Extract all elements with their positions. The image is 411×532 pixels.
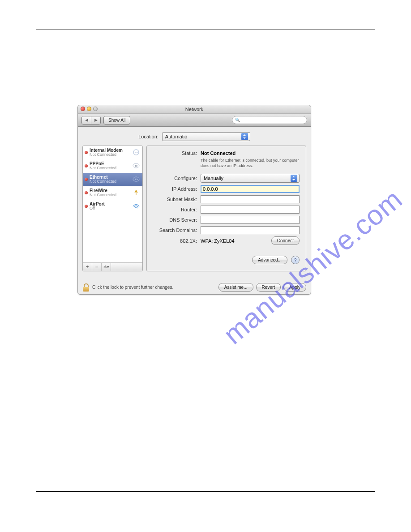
- connection-list: Internal Modem Not Connected PPPoE Not C…: [83, 146, 142, 262]
- subnet-label: Subnet Mask:: [153, 197, 197, 202]
- search-input[interactable]: 🔍: [232, 116, 307, 124]
- lock-icon[interactable]: [82, 283, 90, 292]
- traffic-lights: [81, 107, 98, 111]
- add-button[interactable]: +: [83, 263, 92, 271]
- forward-button[interactable]: ▶: [91, 116, 100, 124]
- router-label: Router:: [153, 207, 197, 212]
- domains-label: Search Domains:: [153, 227, 197, 233]
- main-panel: Status: Not Connected The cable for Ethe…: [146, 146, 306, 271]
- connection-sidebar: Internal Modem Not Connected PPPoE Not C…: [82, 146, 143, 271]
- sidebar-item-ethernet[interactable]: Ethernet Not Connected ⇔: [83, 173, 142, 186]
- search-icon: 🔍: [235, 118, 240, 122]
- svg-text:⇔: ⇔: [135, 164, 138, 168]
- firewire-icon: [132, 189, 141, 197]
- subnet-field[interactable]: [201, 195, 300, 203]
- minimize-icon[interactable]: [87, 107, 91, 111]
- remove-button[interactable]: −: [92, 263, 102, 271]
- assist-me-button[interactable]: Assist me...: [218, 283, 253, 292]
- status-dot-icon: [85, 178, 88, 181]
- back-button[interactable]: ◀: [82, 116, 91, 124]
- location-row: Location: Automatic: [78, 127, 311, 146]
- status-label: Status:: [153, 150, 197, 156]
- window-title: Network: [185, 107, 203, 112]
- page-bottom-rule: [36, 491, 375, 492]
- show-all-button[interactable]: Show All: [103, 116, 130, 124]
- ip-address-field[interactable]: [201, 185, 300, 193]
- zoom-icon[interactable]: [93, 107, 98, 111]
- close-icon[interactable]: [81, 107, 85, 111]
- arrows-icon: ⇔: [132, 175, 141, 183]
- configure-select[interactable]: Manually: [201, 174, 300, 183]
- lock-text: Click the lock to prevent further change…: [92, 285, 173, 290]
- wpa-label: 802.1X:: [153, 238, 197, 244]
- connect-button[interactable]: Connect: [271, 236, 300, 245]
- domains-field[interactable]: [201, 226, 300, 234]
- status-dot-icon: [85, 151, 88, 154]
- sidebar-item-firewire[interactable]: FireWire Not Connected: [83, 186, 142, 200]
- chevron-updown-icon: [291, 175, 297, 182]
- location-value: Automatic: [165, 134, 239, 139]
- page-top-rule: [36, 30, 375, 30]
- toolbar: ◀ ▶ Show All 🔍: [78, 114, 311, 127]
- wifi-icon: [132, 202, 141, 210]
- network-preferences-window: Network ◀ ▶ Show All 🔍 Location: Automat…: [77, 105, 311, 295]
- router-field[interactable]: [201, 206, 300, 214]
- help-button[interactable]: ?: [291, 256, 300, 264]
- sidebar-item-airport[interactable]: AirPort Off: [83, 200, 142, 213]
- phone-icon: [132, 148, 141, 156]
- wpa-value: WPA: ZyXEL04: [201, 238, 268, 244]
- configure-label: Configure:: [153, 176, 197, 181]
- conn-name: AirPort: [90, 202, 130, 206]
- nav-buttons: ◀ ▶: [81, 116, 101, 124]
- status-description: The cable for Ethernet is connected, but…: [201, 158, 300, 168]
- status-dot-icon: [85, 205, 88, 208]
- ip-address-label: IP Address:: [153, 186, 197, 192]
- arrows-icon: ⇔: [132, 162, 141, 170]
- location-label: Location:: [138, 134, 158, 139]
- advanced-button[interactable]: Advanced...: [252, 256, 287, 264]
- conn-status: Not Connected: [90, 180, 130, 184]
- apply-button[interactable]: Apply: [283, 283, 306, 292]
- conn-status: Off: [90, 206, 130, 211]
- gear-menu-button[interactable]: ✻▾: [102, 263, 111, 271]
- status-dot-icon: [85, 164, 88, 167]
- revert-button[interactable]: Revert: [256, 283, 281, 292]
- conn-status: Not Connected: [90, 166, 130, 171]
- status-value: Not Connected: [201, 150, 235, 156]
- configure-value: Manually: [204, 176, 288, 181]
- svg-text:⇔: ⇔: [135, 177, 138, 181]
- conn-status: Not Connected: [90, 193, 130, 197]
- bottom-bar: Click the lock to prevent further change…: [82, 283, 306, 292]
- status-dot-icon: [85, 191, 88, 194]
- sidebar-item-pppoe[interactable]: PPPoE Not Connected ⇔: [83, 159, 142, 173]
- window-titlebar[interactable]: Network: [78, 105, 311, 114]
- chevron-updown-icon: [241, 133, 248, 140]
- location-select[interactable]: Automatic: [162, 132, 250, 141]
- dns-label: DNS Server:: [153, 217, 197, 223]
- dns-field[interactable]: [201, 216, 300, 224]
- sidebar-item-internal-modem[interactable]: Internal Modem Not Connected: [83, 146, 142, 159]
- sidebar-footer: + − ✻▾: [83, 262, 142, 271]
- conn-status: Not Connected: [90, 153, 130, 157]
